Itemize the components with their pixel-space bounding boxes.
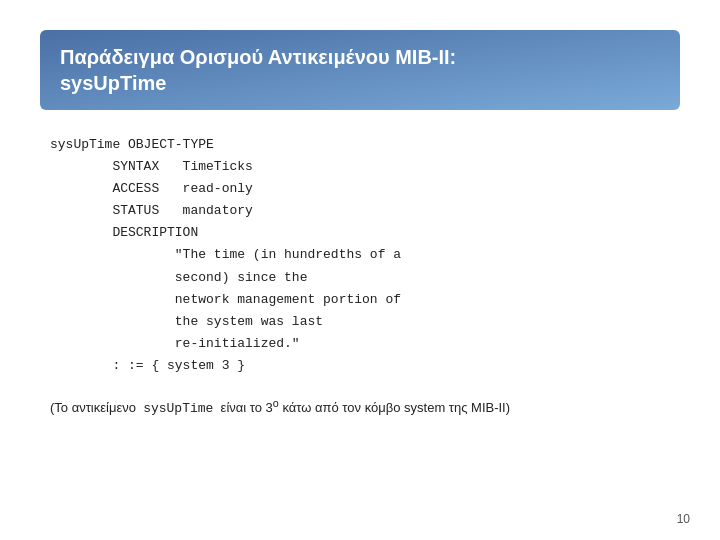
code-line-1: sysUpTime OBJECT-TYPE (50, 134, 670, 156)
page-number: 10 (677, 512, 690, 526)
content-area: sysUpTime OBJECT-TYPE SYNTAX TimeTicks A… (40, 134, 680, 416)
code-line-4: STATUS mandatory (50, 200, 670, 222)
footer-mono: sysUpTime (143, 401, 213, 416)
code-line-10: re-initialized." (50, 333, 670, 355)
title-line1: Παράδειγμα Ορισμού Αντικειμένου MIB-II: (60, 46, 456, 68)
code-line-3: ACCESS read-only (50, 178, 670, 200)
code-line-7: second) since the (50, 267, 670, 289)
code-line-2: SYNTAX TimeTicks (50, 156, 670, 178)
footer-text: (Το αντικείμενο sysUpTime είναι το 3ο κά… (50, 397, 670, 416)
slide: Παράδειγμα Ορισμού Αντικειμένου MIB-II: … (0, 0, 720, 540)
title-area: Παράδειγμα Ορισμού Αντικειμένου MIB-II: … (40, 30, 680, 110)
code-block: sysUpTime OBJECT-TYPE SYNTAX TimeTicks A… (50, 134, 670, 377)
title-line2: sysUpTime (60, 72, 166, 94)
code-line-9: the system was last (50, 311, 670, 333)
code-line-11: : := { system 3 } (50, 355, 670, 377)
code-line-8: network management portion of (50, 289, 670, 311)
title-text: Παράδειγμα Ορισμού Αντικειμένου MIB-II: … (60, 44, 660, 96)
code-line-5: DESCRIPTION (50, 222, 670, 244)
code-line-6: "The time (in hundredths of a (50, 244, 670, 266)
